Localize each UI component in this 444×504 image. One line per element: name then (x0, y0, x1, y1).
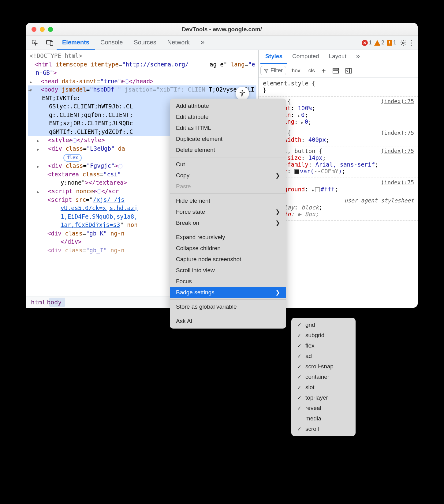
menu-item-scroll-into-view[interactable]: Scroll into view (170, 265, 286, 276)
menu-item-focus[interactable]: Focus (170, 276, 286, 287)
svg-point-3 (402, 42, 404, 44)
menu-item-store-as-global-variable[interactable]: Store as global variable (170, 301, 286, 312)
tab-console[interactable]: Console (95, 36, 128, 50)
breadcrumb-body[interactable]: body (49, 298, 65, 307)
menu-item-duplicate-element[interactable]: Duplicate element (170, 134, 286, 145)
panel-tabs: Elements Console Sources Network » (57, 36, 210, 50)
styles-tabs-overflow-icon[interactable]: » (351, 50, 365, 64)
menu-item-add-attribute[interactable]: Add attribute (170, 100, 286, 111)
tabs-overflow-icon[interactable]: » (195, 36, 210, 50)
doctype[interactable]: <!DOCTYPE html> (28, 52, 256, 60)
badge-option-reveal[interactable]: ✓reveal (291, 403, 356, 413)
zoom-button[interactable] (48, 27, 53, 32)
tab-layout[interactable]: Layout (324, 50, 351, 64)
window-controls (32, 27, 53, 32)
cls-button[interactable]: .cls (304, 66, 317, 75)
svg-rect-5 (333, 68, 338, 70)
badge-settings-submenu: ✓grid✓subgrid✓flex✓ad✓scroll-snap✓contai… (291, 318, 356, 436)
head-element[interactable]: <head data-aimvt="true">⋯</head> (28, 77, 256, 86)
settings-icon[interactable] (399, 39, 407, 47)
filter-placeholder: Filter (271, 67, 283, 74)
svg-rect-6 (333, 71, 338, 73)
toggle-sidebar-icon[interactable] (343, 67, 354, 75)
tab-elements[interactable]: Elements (57, 36, 95, 50)
computed-styles-icon[interactable] (330, 67, 341, 75)
menu-item-delete-element[interactable]: Delete element (170, 145, 286, 156)
menu-item-edit-as-html[interactable]: Edit as HTML (170, 122, 286, 134)
source-link[interactable]: (index):75 (381, 98, 414, 104)
context-menu: Add attributeEdit attributeEdit as HTMLD… (170, 99, 286, 329)
badge-option-media[interactable]: media (291, 413, 356, 424)
menu-item-cut[interactable]: Cut (170, 159, 286, 170)
inspect-element-icon[interactable] (28, 38, 41, 48)
more-icon[interactable] (407, 39, 415, 47)
badge-option-scroll-snap[interactable]: ✓scroll-snap (291, 361, 356, 372)
badge-option-slot[interactable]: ✓slot (291, 382, 356, 393)
styles-tabs: Styles Computed Layout » (259, 50, 418, 64)
rule-element-style[interactable]: element.style {} (259, 79, 418, 97)
badge-option-grid[interactable]: ✓grid (291, 320, 356, 330)
menu-item-collapse-children[interactable]: Collapse children (170, 243, 286, 254)
badge-option-flex[interactable]: ✓flex (291, 340, 356, 351)
device-toolbar-icon[interactable] (43, 38, 57, 48)
menu-item-capture-node-screenshot[interactable]: Capture node screenshot (170, 254, 286, 265)
html-element[interactable]: <html itemscope itemtype="http://schema.… (28, 60, 256, 77)
tab-computed[interactable]: Computed (287, 50, 324, 64)
titlebar: DevTools - www.google.com/ (26, 23, 418, 36)
tab-sources[interactable]: Sources (128, 36, 162, 50)
svg-rect-2 (50, 42, 53, 46)
new-style-rule-icon[interactable]: + (319, 65, 328, 76)
svg-point-4 (242, 90, 243, 92)
menu-item-edit-attribute[interactable]: Edit attribute (170, 111, 286, 122)
menu-item-break-on[interactable]: Break on (170, 217, 286, 228)
accessibility-icon[interactable] (236, 87, 249, 100)
window-title: DevTools - www.google.com/ (26, 26, 418, 33)
close-button[interactable] (32, 27, 36, 32)
tab-styles[interactable]: Styles (260, 50, 287, 64)
badge-option-subgrid[interactable]: ✓subgrid (291, 330, 356, 340)
styles-toolbar: Filter :hov .cls + (259, 64, 418, 77)
menu-item-hide-element[interactable]: Hide element (170, 195, 286, 206)
issue-count[interactable]: !1 (387, 39, 396, 46)
badge-option-ad[interactable]: ✓ad (291, 351, 356, 361)
source-link[interactable]: (index):75 (381, 130, 414, 136)
menu-item-copy[interactable]: Copy (170, 170, 286, 181)
breadcrumb-html[interactable]: html (27, 298, 49, 307)
badge-option-container[interactable]: ✓container (291, 372, 356, 382)
menu-item-badge-settings[interactable]: Badge settings (170, 287, 286, 298)
hov-button[interactable]: :hov (288, 66, 303, 75)
source-link[interactable]: (index):75 (381, 179, 414, 186)
error-count[interactable]: ✕1 (362, 39, 372, 46)
minimize-button[interactable] (40, 27, 45, 32)
menu-item-force-state[interactable]: Force state (170, 206, 286, 217)
ua-label: user agent stylesheet (344, 197, 414, 204)
menu-item-expand-recursively[interactable]: Expand recursively (170, 232, 286, 243)
flex-badge[interactable]: flex (63, 154, 82, 162)
toolbar: Elements Console Sources Network » ✕1 2 … (26, 36, 418, 50)
status-icons: ✕1 2 !1 (362, 39, 396, 46)
badge-option-top-layer[interactable]: ✓top-layer (291, 393, 356, 403)
tab-network[interactable]: Network (162, 36, 195, 50)
filter-input[interactable]: Filter (260, 66, 286, 75)
badge-option-scroll[interactable]: ✓scroll (291, 424, 356, 434)
menu-item-ask-ai[interactable]: Ask AI (170, 316, 286, 327)
warning-count[interactable]: 2 (374, 39, 384, 46)
source-link[interactable]: (index):75 (381, 148, 414, 154)
menu-item-paste: Paste (170, 181, 286, 192)
